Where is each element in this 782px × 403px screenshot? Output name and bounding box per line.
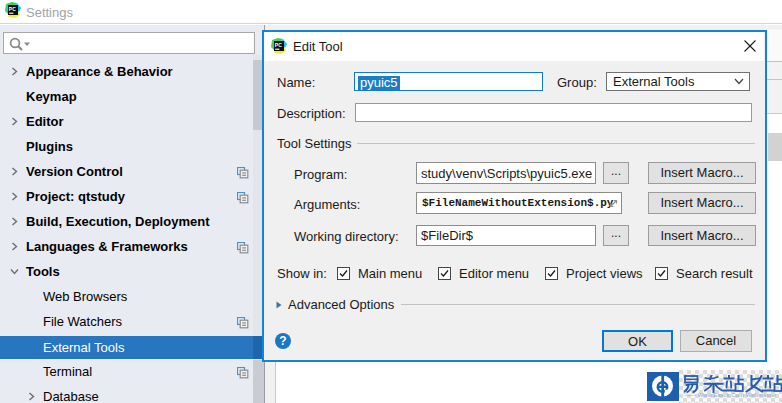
svg-text:PC: PC [275, 42, 282, 48]
svg-text:PC: PC [9, 6, 16, 12]
